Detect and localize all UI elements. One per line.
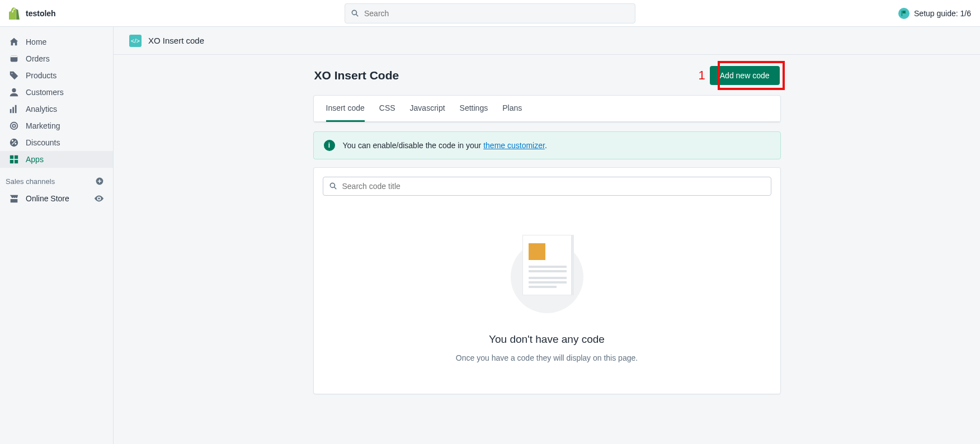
global-search-input[interactable]	[364, 9, 629, 18]
nav-label: Marketing	[26, 121, 60, 130]
products-icon	[9, 70, 19, 81]
nav-home[interactable]: Home	[0, 34, 113, 50]
setup-guide-text[interactable]: Setup guide: 1/6	[914, 9, 971, 18]
search-code-input[interactable]	[342, 182, 765, 191]
nav-apps[interactable]: Apps	[0, 151, 113, 168]
channel-online-store[interactable]: Online Store	[0, 190, 113, 207]
tab-css[interactable]: CSS	[379, 96, 395, 122]
app-icon: </>	[129, 35, 142, 47]
analytics-icon	[9, 104, 19, 114]
info-icon: i	[324, 140, 335, 151]
svg-point-6	[11, 122, 18, 130]
main-content: </> XO Insert code XO Insert Code 1 Add …	[113, 27, 980, 444]
setup-guide-badge[interactable]	[898, 8, 910, 19]
sales-channels-label: Sales channels	[6, 177, 55, 186]
home-icon	[9, 37, 19, 47]
page-title: XO Insert Code	[314, 69, 399, 82]
eye-icon[interactable]	[94, 193, 104, 204]
tab-plans[interactable]: Plans	[502, 96, 522, 122]
svg-point-7	[12, 124, 15, 127]
add-new-code-button[interactable]: Add new code	[710, 66, 780, 85]
svg-rect-9	[10, 155, 13, 159]
svg-rect-3	[10, 109, 12, 113]
customers-icon	[9, 87, 19, 97]
app-name: XO Insert code	[148, 36, 204, 45]
store-icon	[9, 193, 19, 204]
nav-discounts[interactable]: Discounts	[0, 134, 113, 151]
shopify-logo	[9, 7, 20, 20]
add-channel-icon[interactable]	[95, 177, 104, 186]
sidebar: Home Orders Products Customers Analytics…	[0, 27, 113, 444]
svg-point-2	[12, 88, 16, 92]
info-text: You can enable/disable the code in your …	[343, 141, 547, 150]
search-icon	[329, 182, 338, 191]
nav-analytics[interactable]: Analytics	[0, 101, 113, 117]
svg-rect-4	[12, 107, 14, 113]
nav-label: Analytics	[26, 105, 57, 114]
empty-heading: You don't have any code	[323, 333, 771, 346]
nav-label: Apps	[26, 155, 44, 164]
nav-marketing[interactable]: Marketing	[0, 117, 113, 134]
topbar: testoleh Setup guide: 1/6	[0, 0, 980, 27]
tabs-card: Insert code CSS Javascript Settings Plan…	[313, 95, 781, 122]
info-banner: i You can enable/disable the code in you…	[313, 131, 781, 159]
sales-channels-header: Sales channels	[0, 168, 113, 190]
search-code[interactable]	[323, 177, 771, 196]
search-icon	[351, 9, 360, 18]
nav-label: Customers	[26, 88, 64, 97]
code-list-card: You don't have any code Once you have a …	[313, 167, 781, 394]
info-suffix: .	[545, 141, 547, 150]
tab-insert-code[interactable]: Insert code	[326, 96, 365, 122]
tabs: Insert code CSS Javascript Settings Plan…	[314, 96, 780, 122]
empty-state: You don't have any code Once you have a …	[323, 235, 771, 362]
nav-label: Orders	[26, 54, 50, 63]
orders-icon	[9, 54, 19, 64]
empty-illustration	[511, 235, 583, 308]
empty-subtext: Once you have a code they will display o…	[323, 353, 771, 362]
global-search[interactable]	[345, 3, 635, 23]
tab-settings[interactable]: Settings	[460, 96, 488, 122]
store-name[interactable]: testoleh	[26, 9, 56, 18]
svg-rect-1	[11, 56, 18, 58]
channel-label: Online Store	[26, 194, 69, 203]
nav-customers[interactable]: Customers	[0, 84, 113, 101]
theme-customizer-link[interactable]: theme customizer	[483, 141, 545, 150]
svg-rect-10	[15, 155, 18, 159]
tab-javascript[interactable]: Javascript	[410, 96, 445, 122]
annotation-number: 1	[699, 68, 705, 83]
apps-icon	[9, 154, 19, 164]
svg-rect-5	[15, 105, 17, 113]
svg-rect-11	[10, 160, 13, 163]
app-header: </> XO Insert code	[114, 27, 980, 55]
nav-products[interactable]: Products	[0, 67, 113, 84]
marketing-icon	[9, 121, 19, 131]
discounts-icon	[9, 138, 19, 148]
nav-label: Products	[26, 71, 56, 80]
nav-orders[interactable]: Orders	[0, 50, 113, 67]
svg-rect-12	[15, 160, 18, 163]
info-prefix: You can enable/disable the code in your	[343, 141, 484, 150]
nav-label: Discounts	[26, 138, 60, 147]
nav-label: Home	[26, 37, 46, 46]
